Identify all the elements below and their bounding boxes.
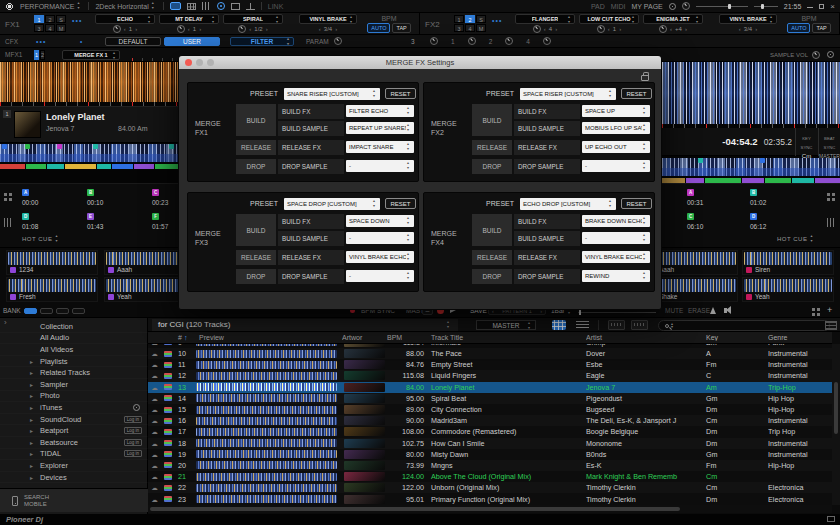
- tree-arrow-icon[interactable]: [30, 403, 33, 412]
- sidebar-item-related-tracks[interactable]: Related Tracks: [0, 367, 148, 379]
- tree-arrow-icon[interactable]: [30, 449, 33, 458]
- track-preview[interactable]: [196, 350, 342, 358]
- column-artwork[interactable]: Artwor: [342, 334, 387, 341]
- fx2-unit-1-knob[interactable]: [533, 25, 541, 33]
- column-preview[interactable]: Preview: [196, 334, 342, 341]
- speaker-icon[interactable]: [724, 308, 727, 313]
- fx1-unit-1-select[interactable]: ECHO: [95, 14, 155, 24]
- column-bpm[interactable]: BPM: [387, 334, 429, 341]
- search-input[interactable]: [658, 320, 830, 331]
- keyboard-view-2-button[interactable]: [631, 320, 648, 330]
- cfx-filter-select[interactable]: FILTER: [230, 37, 294, 46]
- cfx2-knob-4[interactable]: [543, 37, 551, 45]
- login-badge[interactable]: Log in: [124, 439, 142, 446]
- dialog-zoom-button[interactable]: [207, 59, 214, 66]
- fx2-unit-3-select[interactable]: ENIGMA JET: [643, 14, 703, 24]
- fx-panel-icon[interactable]: [170, 2, 181, 10]
- column-genre[interactable]: Genre: [768, 334, 832, 341]
- sidebar-item-explorer[interactable]: Explorer: [0, 460, 148, 472]
- bank-2-button[interactable]: [40, 308, 53, 314]
- external-window-icon[interactable]: [827, 516, 835, 522]
- search-mobile-button[interactable]: SEARCHMOBILE: [0, 488, 148, 512]
- track-row-11[interactable]: 1184.76Empty StreetEsbeFmInstrumental: [148, 359, 832, 370]
- track-row-16[interactable]: 1690.00Madrid3amThe Deli, Es-K, & Janspo…: [148, 415, 832, 426]
- fx2-slot-3[interactable]: 3: [454, 24, 464, 32]
- track-preview[interactable]: [196, 417, 342, 425]
- sampler-right-tile-4[interactable]: Yeah: [742, 277, 834, 302]
- fx2-unit-2-beat-up-icon[interactable]: [619, 26, 621, 32]
- mfx-slot-2[interactable]: 2: [40, 50, 45, 60]
- fx1-bpm-auto-button[interactable]: AUTO: [367, 23, 390, 33]
- fx1-dots-icon[interactable]: •••: [72, 17, 82, 24]
- fx1-unit-3-beat-up-icon[interactable]: [266, 26, 268, 32]
- maximize-button[interactable]: [819, 4, 824, 9]
- mergefx-unit-1-preset-select[interactable]: SNARE RISER [CUSTOM]: [284, 88, 380, 100]
- track-row-15[interactable]: 1589.00City ConnectionBugseedDmHip-Hop: [148, 404, 832, 415]
- mergefx-unit-3-preset-select[interactable]: SPACE DROP [CUSTOM]: [284, 198, 380, 210]
- panel-toggle-icon[interactable]: [825, 321, 837, 330]
- tree-arrow-icon[interactable]: [30, 415, 33, 424]
- minimize-button[interactable]: [807, 7, 813, 8]
- sidebar-item-devices[interactable]: Devices: [0, 472, 148, 484]
- login-badge[interactable]: Log in: [124, 450, 142, 457]
- mergefx-unit-1-build_sample-select[interactable]: REPEAT UP SNARE9: [346, 122, 414, 134]
- column-number[interactable]: #↑: [175, 334, 196, 341]
- track-preview[interactable]: [196, 439, 342, 447]
- fx1-slot-3[interactable]: 3: [34, 24, 44, 32]
- track-row-10[interactable]: 1088.00The PaceDoverAInstrumental: [148, 348, 832, 359]
- fx2-slot-S[interactable]: S: [476, 15, 486, 23]
- sidebar-item-all-audio[interactable]: All Audio: [0, 333, 148, 345]
- fx1-release-beat-up-icon[interactable]: [335, 26, 337, 32]
- menu-midi[interactable]: MIDI: [611, 3, 626, 10]
- fx1-unit-3-select[interactable]: SPIRAL: [223, 14, 283, 24]
- track-row-19[interactable]: 1980.00Misty DawnB0ndsGmInstrumental: [148, 449, 832, 460]
- deck2-beat-sync-button[interactable]: BEAT SYNC MASTER: [818, 128, 840, 156]
- scrollbar-thumb[interactable]: [150, 507, 680, 511]
- sidebar-item-beatport[interactable]: BeatportLog in: [0, 425, 148, 437]
- fx1-unit-3-knob[interactable]: [238, 25, 246, 33]
- deck2-hotcue-mode[interactable]: HOT CUE: [777, 235, 815, 243]
- master-volume-slider[interactable]: [696, 6, 748, 7]
- mixer-panel-icon[interactable]: [202, 2, 211, 10]
- filter-funnel-icon[interactable]: [161, 334, 175, 341]
- track-row-21[interactable]: 21124.00Above The Cloud (Original Mix)Ma…: [148, 471, 832, 482]
- column-artist[interactable]: Artist: [586, 334, 704, 341]
- fx1-unit-1-beat-down-icon[interactable]: [124, 26, 126, 32]
- fx2-unit-1-select[interactable]: FLANGER: [515, 14, 575, 24]
- deck2-strip[interactable]: [662, 158, 840, 176]
- track-row-18[interactable]: 18102.75How Can I SmileMononomeDmInstrum…: [148, 438, 832, 449]
- fx2-bpm-tap-button[interactable]: TAP: [812, 23, 830, 33]
- sidebar-item-itunes[interactable]: iTunes: [0, 402, 148, 414]
- sampler-panel-icon[interactable]: [246, 3, 255, 10]
- deck1-hotcue-D[interactable]: D01:08: [22, 213, 82, 235]
- sidebar-item-beatsource[interactable]: BeatsourceLog in: [0, 437, 148, 449]
- mfx-slot-1[interactable]: 1: [34, 50, 39, 60]
- pad-bars-icon[interactable]: [827, 218, 835, 227]
- lock-icon[interactable]: [641, 75, 649, 81]
- deck1-strip[interactable]: [0, 144, 178, 162]
- track-preview[interactable]: [196, 450, 342, 458]
- mergefx-unit-4-drop_sample-select[interactable]: REWIND: [582, 270, 650, 282]
- close-button[interactable]: [830, 2, 835, 11]
- mergefx-unit-2-drop_sample-select[interactable]: -: [582, 160, 650, 172]
- tree-arrow-icon[interactable]: [30, 461, 33, 470]
- keyboard-view-button[interactable]: [608, 320, 625, 330]
- tree-arrow-icon[interactable]: [30, 438, 33, 447]
- headphone-knob[interactable]: [682, 2, 690, 10]
- sampler-mute-button[interactable]: MUTE: [665, 307, 683, 314]
- mergefx-unit-4-preset-select[interactable]: ECHO DROP [CUSTOM]: [520, 198, 616, 210]
- fx2-slot-M[interactable]: M: [476, 24, 486, 32]
- bank-1-button[interactable]: [24, 308, 37, 314]
- fx2-release-beat-up-icon[interactable]: [755, 26, 757, 32]
- pad-bars-icon[interactable]: [4, 218, 12, 227]
- track-preview[interactable]: [196, 383, 342, 391]
- sampler-volume-slider[interactable]: [754, 6, 778, 7]
- track-preview[interactable]: [196, 473, 342, 481]
- fx2-unit-2-beat-down-icon[interactable]: [608, 26, 610, 32]
- sequencer-position-slider[interactable]: [578, 312, 656, 313]
- track-preview[interactable]: [196, 406, 342, 414]
- fx1-unit-2-beat-up-icon[interactable]: [199, 26, 201, 32]
- track-preview[interactable]: [196, 361, 342, 369]
- scrollbar-thumb[interactable]: [834, 382, 838, 434]
- layout-select[interactable]: 2Deck Horizontal: [95, 2, 156, 10]
